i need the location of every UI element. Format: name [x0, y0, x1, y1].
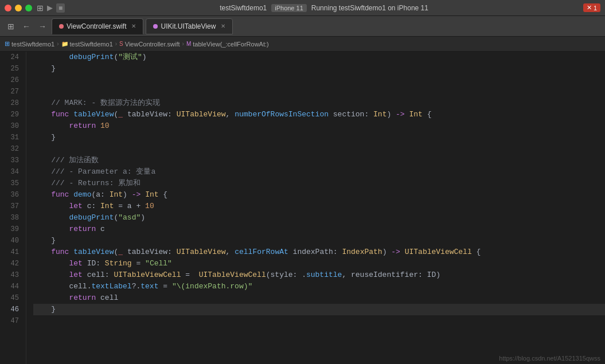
swift-icon — [59, 24, 64, 29]
code-line-40: } — [33, 235, 605, 246]
traffic-lights — [5, 5, 32, 11]
line-num-44: 44 — [5, 281, 19, 292]
play-icon[interactable]: ▶ — [47, 3, 53, 12]
code-line-39: return c — [33, 224, 605, 235]
line-num-35: 35 — [5, 178, 19, 189]
back-button[interactable]: ← — [19, 21, 33, 32]
breadcrumb-folder[interactable]: 📁 testSiwftdemo1 — [61, 41, 113, 48]
code-line-31: } — [33, 132, 605, 143]
error-count: 1 — [594, 5, 597, 11]
watermark: https://blog.csdn.net/A1521315qwss — [499, 355, 600, 362]
code-line-37: let c: Int = a + 10 — [33, 201, 605, 212]
code-line-32 — [33, 143, 605, 155]
line-num-27: 27 — [5, 86, 19, 97]
breadcrumb-project[interactable]: ⊞ testSiwftdemo1 — [5, 40, 54, 48]
line-num-29: 29 — [5, 109, 19, 120]
folder-icon: 📁 — [61, 41, 68, 47]
sidebar-toggle[interactable]: ⊞ — [5, 21, 17, 32]
code-area: 24 25 26 27 28 29 30 31 32 33 34 35 36 3… — [0, 52, 605, 364]
line-num-28: 28 — [5, 97, 19, 109]
line-num-24: 24 — [5, 52, 19, 63]
code-line-45: return cell — [33, 292, 605, 304]
error-icon: ✕ — [587, 4, 592, 11]
close-button[interactable] — [5, 5, 11, 11]
code-line-38: debugPrint("asd") — [33, 212, 605, 224]
line-num-32: 32 — [5, 143, 19, 155]
code-line-47 — [33, 315, 605, 327]
code-line-27 — [33, 86, 605, 97]
breadcrumb-file-label: ViewController.swift — [125, 41, 180, 48]
code-editor[interactable]: 24 25 26 27 28 29 30 31 32 33 34 35 36 3… — [0, 52, 605, 364]
line-num-43: 43 — [5, 269, 19, 281]
code-line-26 — [33, 75, 605, 86]
line-num-39: 39 — [5, 224, 19, 235]
device-badge: iPhone 11 — [271, 4, 307, 12]
code-line-29: func tableView(_ tableView: UITableView,… — [33, 109, 605, 120]
tab-uitableview[interactable]: UIKit.UITableView ✕ — [146, 18, 233, 34]
code-line-25: } — [33, 63, 605, 75]
line-num-36: 36 — [5, 189, 19, 201]
code-line-44: cell.textLabel?.text = "\(indexPath.row)… — [33, 281, 605, 292]
code-line-30: return 10 — [33, 120, 605, 132]
line-num-37: 37 — [5, 201, 19, 212]
run-status: Running testSiwftdemo1 on iPhone 11 — [311, 4, 428, 12]
code-line-42: let ID: String = "Cell" — [33, 258, 605, 269]
titlebar-left-controls: ⊞ ▶ ■ — [37, 3, 65, 13]
breadcrumb-sep-2: › — [115, 41, 117, 47]
breadcrumb-sep-3: › — [182, 41, 184, 47]
tab-close-icon-2[interactable]: ✕ — [221, 23, 225, 29]
line-num-47: 47 — [5, 315, 19, 327]
tab-uitableview-label: UIKit.UITableView — [161, 22, 216, 30]
breadcrumb-func-label: tableView(_:cellForRowAt:) — [193, 41, 268, 48]
line-num-45: 45 — [5, 292, 19, 304]
line-num-42: 42 — [5, 258, 19, 269]
line-num-34: 34 — [5, 166, 19, 178]
breadcrumb-project-label: testSiwftdemo1 — [11, 41, 54, 48]
grid-icon[interactable]: ⊞ — [37, 3, 44, 13]
code-line-41: func tableView(_ tableView: UITableView,… — [33, 246, 605, 258]
code-line-35: /// - Returns: 累加和 — [33, 178, 605, 189]
line-num-26: 26 — [5, 75, 19, 86]
project-name: testSiwftdemo1 — [220, 4, 267, 12]
code-line-28: // MARK: - 数据源方法的实现 — [33, 97, 605, 109]
forward-button[interactable]: → — [36, 21, 49, 32]
code-content: debugPrint("测试") } // MARK: - 数据源方法的实现 f… — [26, 52, 605, 364]
project-icon: ⊞ — [5, 40, 10, 48]
code-line-34: /// - Parameter a: 变量a — [33, 166, 605, 178]
breadcrumb-folder-label: testSiwftdemo1 — [70, 41, 113, 48]
error-badge[interactable]: ✕ 1 — [583, 3, 600, 12]
minimize-button[interactable] — [15, 5, 22, 11]
breadcrumb-sep-1: › — [57, 41, 58, 47]
tab-viewcontroller-label: ViewController.swift — [67, 22, 126, 30]
code-line-33: /// 加法函数 — [33, 155, 605, 166]
breadcrumb-func[interactable]: M tableView(_:cellForRowAt:) — [186, 41, 269, 48]
line-num-25: 25 — [5, 63, 19, 75]
line-num-40: 40 — [5, 235, 19, 246]
code-line-43: let cell: UITableViewCell = UITableViewC… — [33, 269, 605, 281]
tab-viewcontroller[interactable]: ViewController.swift ✕ — [52, 18, 143, 34]
titlebar: ⊞ ▶ ■ testSiwftdemo1 iPhone 11 Running t… — [0, 0, 605, 16]
line-num-38: 38 — [5, 212, 19, 224]
code-line-46: } — [33, 304, 605, 315]
line-num-31: 31 — [5, 132, 19, 143]
stop-icon[interactable]: ■ — [56, 3, 65, 13]
breadcrumb: ⊞ testSiwftdemo1 › 📁 testSiwftdemo1 › S … — [0, 37, 605, 52]
line-num-46: 46 — [5, 304, 19, 315]
titlebar-center: testSiwftdemo1 iPhone 11 Running testSiw… — [69, 4, 579, 12]
method-icon: M — [186, 41, 191, 47]
line-num-41: 41 — [5, 246, 19, 258]
line-num-30: 30 — [5, 120, 19, 132]
swift-file-icon: S — [119, 41, 123, 47]
maximize-button[interactable] — [25, 5, 32, 11]
toolbar: ⊞ ← → ViewController.swift ✕ UIKit.UITab… — [0, 16, 605, 37]
uitableview-icon — [153, 24, 158, 29]
line-num-33: 33 — [5, 155, 19, 166]
tab-close-icon[interactable]: ✕ — [131, 23, 136, 29]
breadcrumb-file[interactable]: S ViewController.swift — [119, 41, 179, 48]
code-line-36: func demo(a: Int) -> Int { — [33, 189, 605, 201]
code-line-24: debugPrint("测试") — [33, 52, 605, 63]
line-numbers: 24 25 26 27 28 29 30 31 32 33 34 35 36 3… — [0, 52, 26, 364]
